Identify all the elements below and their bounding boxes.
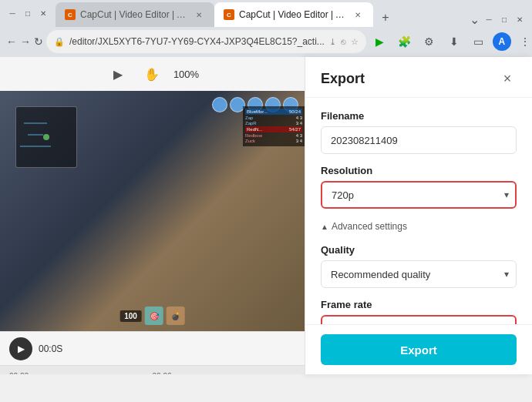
game-scoreboard: BlueMor...50/24 Zap4 3 ZapR3 4 RedN...54… [243, 106, 305, 146]
export-footer: Export [305, 324, 532, 374]
export-button[interactable]: Export [321, 334, 517, 365]
filename-label: Filename [321, 110, 517, 122]
download-icon[interactable]: ⬇ [443, 31, 465, 52]
tab-favicon-1: C [65, 9, 76, 20]
bottom-hud: 100 🎯 💣 [120, 307, 185, 325]
video-preview: BlueMor...50/24 Zap4 3 ZapR3 4 RedN...54… [0, 91, 305, 331]
export-panel: Export × Filename Resolution 720p 360p 4… [305, 57, 532, 374]
framerate-group: Frame rate 25fps 15fps 24fps 30fps 60fps… [321, 299, 517, 324]
tab-favicon-2: C [224, 9, 234, 20]
quality-select[interactable]: Recommended quality Low Medium High Best [321, 260, 517, 288]
timeline-mark-2: 00:06 [153, 372, 296, 374]
window-controls: ─ □ ✕ [6, 7, 49, 19]
extensions-icon[interactable]: 🧩 [394, 31, 416, 52]
download-page-icon: ⤓ [329, 37, 336, 47]
profile-avatar[interactable]: A [493, 32, 511, 51]
quality-select-wrapper: Recommended quality Low Medium High Best… [321, 260, 517, 288]
quality-label: Quality [321, 244, 517, 256]
editor-toolbar: ▶ ✋ 100% [0, 57, 305, 91]
playback-controls: ▶ 00:0S [0, 331, 305, 365]
close-button[interactable]: ✕ [37, 7, 49, 19]
advanced-settings-label: Advanced settings [332, 221, 407, 232]
export-body: Filename Resolution 720p 360p 480p 1080p… [305, 98, 532, 324]
capcut-play-toolbar-icon[interactable]: ▶ [369, 31, 391, 52]
address-text: /editor/JXL5XYT6-7YU7-YY69-CYX4-JXP3Q4EL… [69, 36, 325, 47]
maximize-button[interactable]: □ [22, 7, 34, 19]
advanced-chevron-icon: ▲ [321, 223, 328, 231]
filename-input[interactable] [321, 126, 517, 154]
editor-area: ▶ ✋ 100% [0, 57, 305, 374]
export-header: Export × [305, 57, 532, 98]
minimize-button[interactable]: ─ [6, 7, 19, 19]
new-tab-button[interactable]: + [376, 8, 395, 27]
resolution-label: Resolution [321, 165, 517, 176]
filename-group: Filename [321, 110, 517, 154]
tab-2[interactable]: C CapCut | Video Editor | All-In-On... ✕ [214, 2, 373, 27]
more-options-icon[interactable]: ⋮ [514, 31, 532, 52]
title-bar: ─ □ ✕ C CapCut | Video Editor | All-In-O… [0, 0, 532, 26]
star-icon: ☆ [351, 37, 359, 47]
video-frame: BlueMor...50/24 Zap4 3 ZapR3 4 RedN...54… [0, 91, 305, 331]
main-content: ▶ ✋ 100% [0, 57, 532, 374]
advanced-settings-toggle[interactable]: ▲ Advanced settings [321, 219, 517, 233]
resolution-select-wrapper: 720p 360p 480p 1080p 2K 4K ▾ [321, 181, 517, 209]
toolbar-icons: ▶ 🧩 ⚙ ⬇ ▭ A ⋮ [369, 31, 532, 52]
time-display: 00:0S [39, 343, 62, 354]
ammo-display: 100 [120, 310, 142, 322]
back-button[interactable]: ← [6, 31, 17, 52]
browser-maximize-button[interactable]: □ [498, 14, 510, 26]
omnibox-bar: ← → ↻ 🔒 /editor/JXL5XYT6-7YU7-YY69-CYX4-… [0, 26, 532, 57]
tab-label-1: CapCut | Video Editor | All-In-On... [80, 9, 188, 20]
timeline[interactable]: 00:03 00:06 [0, 365, 305, 374]
framerate-label: Frame rate [321, 299, 517, 310]
tab-strip-menu-icon[interactable]: ⌄ [470, 12, 480, 27]
browser-close-button[interactable]: ✕ [513, 14, 526, 26]
resolution-group: Resolution 720p 360p 480p 1080p 2K 4K ▾ [321, 165, 517, 209]
timeline-marks: 00:03 00:06 [0, 366, 305, 374]
browser-minimize-button[interactable]: ─ [483, 14, 495, 26]
lock-icon: 🔒 [54, 37, 65, 47]
address-bar[interactable]: 🔒 /editor/JXL5XYT6-7YU7-YY69-CYX4-JXP3Q4… [46, 30, 366, 53]
video-overlay: BlueMor...50/24 Zap4 3 ZapR3 4 RedN...54… [0, 91, 305, 331]
framerate-select-wrapper: 25fps 15fps 24fps 30fps 60fps ▾ [321, 315, 517, 324]
tab-1[interactable]: C CapCut | Video Editor | All-In-On... ✕ [56, 2, 214, 27]
tab-close-2[interactable]: ✕ [352, 8, 364, 21]
export-close-button[interactable]: × [498, 69, 517, 88]
play-tool-button[interactable]: ▶ [106, 62, 130, 86]
zoom-level: 100% [173, 69, 199, 80]
refresh-button[interactable]: ↻ [34, 31, 43, 52]
tab-close-1[interactable]: ✕ [193, 8, 205, 21]
forward-button[interactable]: → [20, 31, 31, 52]
browser-chrome: ─ □ ✕ C CapCut | Video Editor | All-In-O… [0, 0, 532, 57]
timeline-mark-1: 00:03 [9, 372, 153, 374]
tab-bar: C CapCut | Video Editor | All-In-On... ✕… [56, 0, 526, 27]
hand-tool-button[interactable]: ✋ [140, 62, 164, 86]
sidebar-icon[interactable]: ▭ [468, 31, 490, 52]
framerate-select[interactable]: 25fps 15fps 24fps 30fps 60fps [321, 315, 517, 324]
tab-label-2: CapCut | Video Editor | All-In-On... [239, 9, 347, 20]
puzzle-icon[interactable]: ⚙ [419, 31, 440, 52]
share-icon: ⎋ [341, 37, 346, 46]
minimap-character [43, 134, 49, 140]
quality-group: Quality Recommended quality Low Medium H… [321, 244, 517, 288]
resolution-select[interactable]: 720p 360p 480p 1080p 2K 4K [321, 181, 517, 209]
play-pause-button[interactable]: ▶ [9, 337, 32, 360]
export-panel-title: Export [321, 71, 365, 87]
minimap [15, 106, 77, 168]
